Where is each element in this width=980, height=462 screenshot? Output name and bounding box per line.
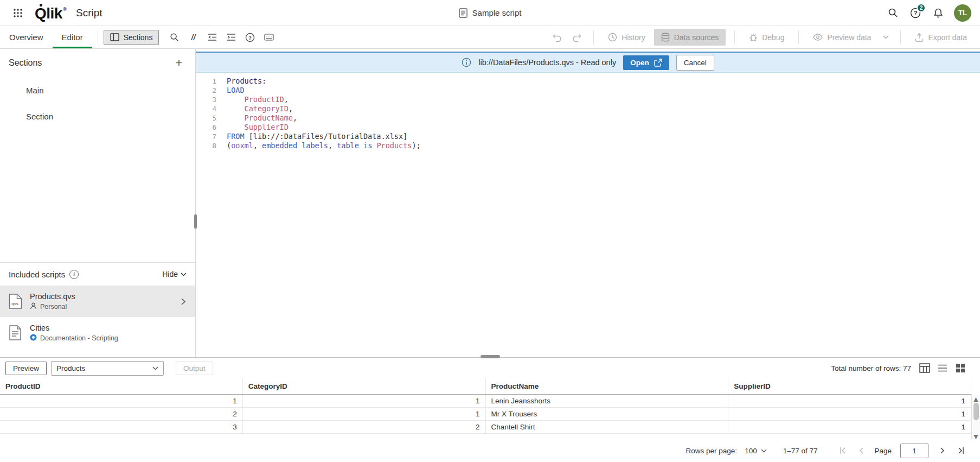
column-header[interactable]: CategoryID (243, 378, 486, 394)
list-view-button[interactable] (936, 362, 949, 375)
search-icon (170, 33, 179, 42)
included-scripts-title: Included scripts (9, 270, 65, 279)
code-line: 4 CategoryID, (196, 104, 980, 113)
debug-button[interactable]: Debug (744, 29, 790, 45)
table-cell: 2 (0, 408, 243, 420)
preview-button[interactable]: Preview (5, 362, 47, 375)
undo-button[interactable] (549, 29, 565, 46)
script-space-label: Documentation - Scripting (40, 334, 118, 342)
info-icon[interactable]: i (69, 270, 79, 279)
open-script-button[interactable]: Open (623, 55, 669, 70)
preview-data-button[interactable]: Preview data (808, 30, 876, 45)
bell-icon (933, 8, 943, 18)
keyboard-shortcuts-button[interactable] (261, 29, 277, 46)
table-selector-dropdown[interactable]: Products (51, 361, 164, 376)
output-button[interactable]: Output (176, 362, 213, 375)
table-cell: 2 (243, 421, 486, 433)
comment-button[interactable]: // (185, 29, 201, 46)
search-in-script-button[interactable] (166, 29, 182, 46)
help-button[interactable]: ? 2 (906, 4, 925, 22)
indent-button[interactable] (223, 29, 239, 46)
page-label: Page (874, 447, 892, 455)
keyboard-icon (264, 34, 274, 41)
sections-list: MainSection (0, 77, 195, 129)
history-button[interactable]: History (603, 29, 651, 45)
sections-panel-title: Sections (9, 58, 42, 68)
table-cell: Lenin Jeansshorts (486, 395, 729, 407)
next-page-icon (940, 447, 945, 454)
read-only-banner: lib://DataFiles/Products.qvs - Read only… (196, 52, 980, 73)
cancel-button[interactable]: Cancel (676, 55, 714, 71)
app-launcher-button[interactable] (9, 4, 27, 22)
table-cell: Mr X Trousers (486, 408, 729, 420)
document-title[interactable]: Sample script (459, 0, 522, 26)
chevron-down-icon (883, 35, 889, 39)
rows-per-page-dropdown[interactable]: 100 (741, 445, 770, 457)
sidebar-section-item[interactable]: Section (0, 103, 195, 129)
column-header[interactable]: SupplierID (728, 378, 971, 394)
table-cell: 1 (728, 395, 971, 407)
grid-view-button[interactable] (954, 362, 967, 375)
table-row[interactable]: 11Lenin Jeansshorts1 (0, 395, 971, 408)
table-row[interactable]: 21Mr X Trousers1 (0, 408, 971, 421)
comment-slashes-icon: // (191, 33, 196, 42)
line-number: 5 (196, 113, 216, 123)
table-view-button[interactable] (918, 362, 931, 375)
included-scripts-list: qvs Products.qvs Personal Cities Documen… (0, 286, 195, 349)
hide-included-scripts-button[interactable]: Hide (162, 270, 187, 279)
line-number: 4 (196, 104, 216, 113)
line-number: 1 (196, 77, 216, 86)
sections-toggle-button[interactable]: Sections (104, 30, 159, 45)
grid-view-icon (956, 363, 965, 373)
qvs-file-icon: qvs (8, 293, 23, 309)
table-cell: 1 (728, 421, 971, 433)
last-page-button[interactable] (954, 444, 968, 458)
tab-editor[interactable]: Editor (53, 26, 92, 48)
preview-data-dropdown-button[interactable] (880, 29, 892, 46)
export-data-button[interactable]: Export data (909, 30, 972, 45)
user-avatar[interactable]: TL (954, 4, 971, 22)
list-view-icon (938, 364, 947, 372)
redo-button[interactable] (568, 29, 585, 46)
page-number-input[interactable] (900, 444, 928, 458)
scroll-up-icon[interactable]: ▲ (972, 395, 980, 402)
column-header[interactable]: ProductName (486, 378, 729, 394)
script-name: Cities (30, 324, 118, 332)
syntax-help-button[interactable]: ? (242, 29, 258, 46)
table-cell: Chantell Shirt (486, 421, 729, 433)
add-section-button[interactable]: + (171, 55, 187, 71)
table-cell: 1 (243, 408, 486, 420)
included-script-item[interactable]: qvs Products.qvs Personal (0, 286, 195, 317)
sidebar-section-item[interactable]: Main (0, 77, 195, 103)
qlik-logo: Qlik® (35, 4, 66, 22)
script-editor: lib://DataFiles/Products.qvs - Read only… (196, 49, 980, 357)
scrollbar-thumb[interactable] (973, 403, 979, 420)
table-scrollbar[interactable]: ▲ ▼ (971, 395, 980, 439)
included-script-item[interactable]: Cities Documentation - Scripting (0, 317, 195, 349)
next-page-button[interactable] (936, 444, 950, 458)
panel-drag-handle[interactable] (481, 355, 500, 358)
tab-overview[interactable]: Overview (0, 26, 53, 48)
search-button[interactable] (883, 4, 902, 22)
code-editor[interactable]: 1Products:2LOAD3 ProductID,4 CategoryID,… (196, 73, 980, 357)
table-view-icon (919, 363, 930, 373)
notifications-button[interactable] (929, 4, 947, 22)
chevron-right-icon[interactable] (179, 296, 188, 307)
svg-text:qvs: qvs (11, 301, 18, 306)
outdent-button[interactable] (204, 29, 220, 46)
column-header[interactable]: ProductID (0, 378, 243, 394)
bug-icon (749, 33, 758, 42)
sections-panel: Sections + MainSection Included scripts … (0, 49, 196, 357)
sidebar-resize-handle[interactable] (194, 214, 197, 229)
first-page-button[interactable] (836, 444, 850, 458)
sections-panel-icon (110, 33, 119, 41)
total-rows-label: Total number of rows: 77 (831, 364, 911, 372)
undo-icon (553, 33, 562, 42)
scroll-down-icon[interactable]: ▼ (972, 432, 980, 439)
question-circle-icon: ? (245, 33, 255, 42)
search-icon (888, 8, 898, 18)
table-row[interactable]: 32Chantell Shirt1 (0, 421, 971, 434)
previous-page-button[interactable] (854, 444, 868, 458)
pagination-bar: Rows per page: 100 1–77 of 77 Page (0, 439, 980, 462)
data-sources-button[interactable]: Data sources (654, 29, 726, 46)
